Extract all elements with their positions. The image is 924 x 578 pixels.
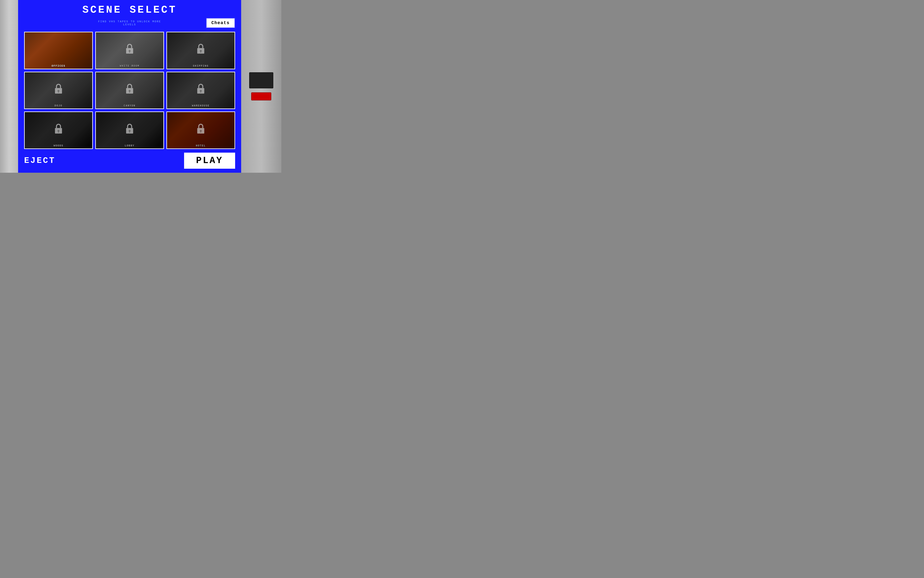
side-panel-right (241, 0, 281, 173)
scene-card-woods[interactable]: WOODS (24, 112, 93, 149)
lock-icon-woods (53, 122, 64, 136)
page-title: SCENE SELECT (82, 4, 177, 16)
scene-label-white-room: WHITE ROOM (120, 63, 140, 69)
lock-icon-lobby (124, 122, 135, 136)
lock-icon-canyon (124, 83, 135, 96)
svg-rect-20 (129, 131, 130, 132)
scene-card-warehouse[interactable]: WAREHOUSE (166, 72, 235, 109)
scene-label-woods: WOODS (54, 143, 63, 148)
lock-icon-dojo (53, 83, 64, 96)
lock-icon-warehouse (195, 83, 207, 96)
bottom-row: EJECT PLAY (24, 153, 235, 169)
play-button[interactable]: PLAY (184, 153, 235, 169)
scene-card-white-room[interactable]: WHITE ROOM (95, 32, 164, 69)
scene-label-offices: OFFICES (52, 63, 65, 69)
scene-label-canyon: CANYON (124, 103, 136, 109)
right-panel-button-1 (249, 72, 273, 88)
lock-icon-shipping (195, 42, 207, 56)
scene-label-dojo: DOJO (54, 103, 62, 109)
scene-card-canyon[interactable]: CANYON (95, 72, 164, 109)
subtitle-text: FIND VHS TAPES TO UNLOCK MORE LEVELS (94, 20, 165, 26)
scene-label-hotel: HOTEL (196, 143, 206, 148)
header-row: FIND VHS TAPES TO UNLOCK MORE LEVELS Che… (24, 18, 235, 28)
scene-card-hotel[interactable]: HOTEL (166, 112, 235, 149)
lock-icon-white-room (124, 42, 135, 56)
scene-card-offices[interactable]: OFFICES (24, 32, 93, 69)
scene-card-dojo[interactable]: DOJO (24, 72, 93, 109)
svg-rect-23 (200, 131, 201, 132)
scene-label-lobby: LOBBY (125, 143, 135, 148)
svg-rect-2 (129, 51, 130, 53)
svg-rect-14 (200, 91, 201, 93)
right-panel-button-red (251, 93, 271, 101)
main-panel: SCENE SELECT FIND VHS TAPES TO UNLOCK MO… (18, 0, 241, 173)
svg-rect-11 (129, 91, 130, 93)
side-panel-left (0, 0, 18, 173)
scene-label-shipping: SHIPPING (193, 63, 208, 69)
svg-rect-17 (58, 131, 59, 132)
svg-rect-8 (58, 91, 59, 93)
scene-label-warehouse: WAREHOUSE (192, 103, 210, 109)
cheats-button[interactable]: Cheats (206, 18, 235, 28)
scene-card-lobby[interactable]: LOBBY (95, 112, 164, 149)
eject-button[interactable]: EJECT (24, 156, 55, 166)
scene-card-shipping[interactable]: SHIPPING (166, 32, 235, 69)
svg-rect-5 (200, 51, 201, 53)
lock-icon-hotel (195, 122, 207, 136)
scenes-grid: OFFICES WHITE ROOM (24, 32, 235, 149)
